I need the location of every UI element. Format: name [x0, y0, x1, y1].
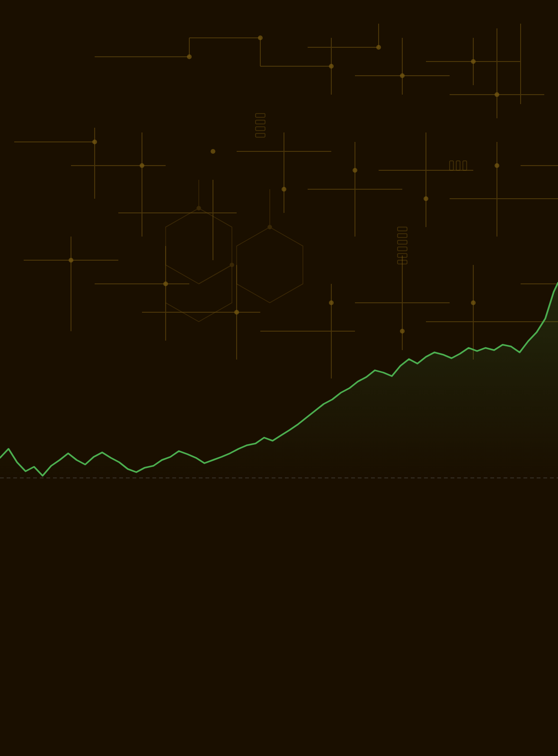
- svg-point-79: [197, 206, 201, 210]
- app-screen: 11:08 🔕 5G+ 87 ‹ XRP Crypto: [0, 0, 558, 756]
- svg-point-55: [353, 168, 357, 173]
- svg-point-47: [376, 45, 381, 50]
- svg-point-45: [258, 35, 263, 40]
- svg-point-54: [282, 187, 286, 192]
- svg-point-48: [400, 73, 405, 78]
- svg-point-44: [187, 54, 192, 59]
- svg-point-49: [471, 59, 476, 64]
- price-chart-container: [0, 229, 558, 503]
- price-chart: [0, 238, 558, 498]
- svg-point-56: [424, 196, 428, 201]
- svg-point-51: [92, 140, 97, 144]
- svg-point-57: [495, 163, 499, 168]
- svg-point-52: [140, 163, 144, 168]
- svg-point-46: [329, 64, 334, 69]
- svg-marker-84: [0, 283, 558, 478]
- svg-point-50: [495, 92, 499, 97]
- svg-point-53: [211, 149, 215, 154]
